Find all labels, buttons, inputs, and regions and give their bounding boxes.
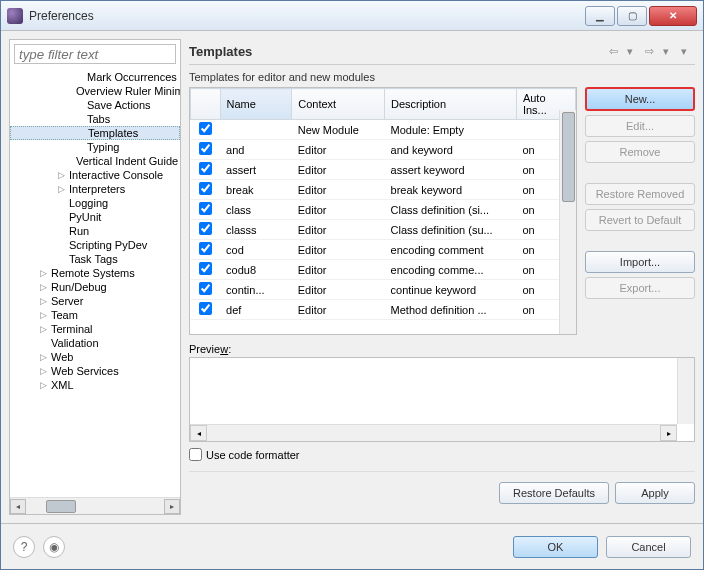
- row-checkbox[interactable]: [199, 262, 212, 275]
- apply-button[interactable]: Apply: [615, 482, 695, 504]
- tree-item[interactable]: PyUnit: [10, 210, 180, 224]
- col-context[interactable]: Context: [292, 89, 385, 120]
- preview-vscroll[interactable]: [677, 358, 694, 424]
- restore-removed-button[interactable]: Restore Removed: [585, 183, 695, 205]
- row-checkbox[interactable]: [199, 162, 212, 175]
- ok-button[interactable]: OK: [513, 536, 598, 558]
- table-row[interactable]: New ModuleModule: Empty: [191, 120, 576, 140]
- row-checkbox[interactable]: [199, 282, 212, 295]
- table-vscroll[interactable]: [559, 110, 576, 334]
- tree-label: Web Services: [51, 365, 119, 377]
- table-row[interactable]: assertEditorassert keywordon: [191, 160, 576, 180]
- tree-item[interactable]: Mark Occurrences: [10, 70, 180, 84]
- col-name[interactable]: Name: [220, 89, 292, 120]
- tree-label: XML: [51, 379, 74, 391]
- tree-item[interactable]: ▷Team: [10, 308, 180, 322]
- scroll-left-icon[interactable]: ◂: [10, 499, 26, 514]
- help-icon[interactable]: ?: [13, 536, 35, 558]
- tree-label: Task Tags: [69, 253, 118, 265]
- tree-item[interactable]: Save Actions: [10, 98, 180, 112]
- cell-context: Editor: [292, 160, 385, 180]
- cell-name: contin...: [220, 280, 292, 300]
- tree-item[interactable]: Run: [10, 224, 180, 238]
- use-formatter-checkbox[interactable]: [189, 448, 202, 461]
- expand-icon[interactable]: ▷: [38, 324, 49, 334]
- tree-item[interactable]: Overview Ruler Minimap: [10, 84, 180, 98]
- filter-input[interactable]: [14, 44, 176, 64]
- table-row[interactable]: codEditorencoding commenton: [191, 240, 576, 260]
- expand-icon[interactable]: ▷: [38, 310, 49, 320]
- tree-item[interactable]: Typing: [10, 140, 180, 154]
- scroll-thumb[interactable]: [46, 500, 76, 513]
- expand-icon[interactable]: ▷: [56, 170, 67, 180]
- tree-hscroll[interactable]: ◂ ▸: [10, 497, 180, 514]
- expand-icon[interactable]: ▷: [38, 380, 49, 390]
- page-title: Templates: [189, 44, 609, 59]
- expand-icon[interactable]: ▷: [38, 282, 49, 292]
- table-row[interactable]: codu8Editorencoding comme...on: [191, 260, 576, 280]
- preferences-tree[interactable]: Mark OccurrencesOverview Ruler MinimapSa…: [10, 68, 180, 497]
- revert-default-button[interactable]: Revert to Default: [585, 209, 695, 231]
- table-row[interactable]: contin...Editorcontinue keywordon: [191, 280, 576, 300]
- table-row[interactable]: andEditorand keywordon: [191, 140, 576, 160]
- cancel-button[interactable]: Cancel: [606, 536, 691, 558]
- new-button[interactable]: New...: [585, 87, 695, 111]
- tree-item[interactable]: Vertical Indent Guide: [10, 154, 180, 168]
- restore-defaults-button[interactable]: Restore Defaults: [499, 482, 609, 504]
- tree-item[interactable]: ▷Remote Systems: [10, 266, 180, 280]
- row-checkbox[interactable]: [199, 142, 212, 155]
- row-checkbox[interactable]: [199, 302, 212, 315]
- row-checkbox[interactable]: [199, 122, 212, 135]
- expand-icon[interactable]: ▷: [38, 366, 49, 376]
- table-row[interactable]: classEditorClass definition (si...on: [191, 200, 576, 220]
- tree-label: Mark Occurrences: [87, 71, 177, 83]
- minimize-button[interactable]: ▁: [585, 6, 615, 26]
- tree-item[interactable]: ▷Interactive Console: [10, 168, 180, 182]
- tree-item[interactable]: Logging: [10, 196, 180, 210]
- tree-item[interactable]: Templates: [10, 126, 180, 140]
- edit-button[interactable]: Edit...: [585, 115, 695, 137]
- view-menu-icon[interactable]: ▾: [681, 45, 695, 59]
- status-icon[interactable]: ◉: [43, 536, 65, 558]
- titlebar[interactable]: Preferences ▁ ▢ ✕: [1, 1, 703, 31]
- table-row[interactable]: defEditorMethod definition ...on: [191, 300, 576, 320]
- row-checkbox[interactable]: [199, 202, 212, 215]
- tree-item[interactable]: ▷Web Services: [10, 364, 180, 378]
- export-button[interactable]: Export...: [585, 277, 695, 299]
- tree-item[interactable]: ▷Web: [10, 350, 180, 364]
- cell-description: Class definition (si...: [385, 200, 517, 220]
- back-menu-icon[interactable]: ▾: [627, 45, 641, 59]
- import-button[interactable]: Import...: [585, 251, 695, 273]
- preview-hscroll[interactable]: ◂▸: [190, 424, 677, 441]
- forward-menu-icon[interactable]: ▾: [663, 45, 677, 59]
- tree-item[interactable]: ▷Server: [10, 294, 180, 308]
- back-icon[interactable]: ⇦: [609, 45, 623, 59]
- table-row[interactable]: breakEditorbreak keywordon: [191, 180, 576, 200]
- scroll-right-icon[interactable]: ▸: [164, 499, 180, 514]
- tree-item[interactable]: ▷XML: [10, 378, 180, 392]
- col-checkbox[interactable]: [191, 89, 221, 120]
- expand-icon[interactable]: ▷: [56, 184, 67, 194]
- row-checkbox[interactable]: [199, 222, 212, 235]
- cell-description: and keyword: [385, 140, 517, 160]
- row-checkbox[interactable]: [199, 182, 212, 195]
- tree-label: Templates: [88, 127, 138, 139]
- expand-icon[interactable]: ▷: [38, 268, 49, 278]
- maximize-button[interactable]: ▢: [617, 6, 647, 26]
- tree-item[interactable]: Tabs: [10, 112, 180, 126]
- expand-icon[interactable]: ▷: [38, 352, 49, 362]
- table-row[interactable]: classsEditorClass definition (su...on: [191, 220, 576, 240]
- row-checkbox[interactable]: [199, 242, 212, 255]
- tree-item[interactable]: ▷Interpreters: [10, 182, 180, 196]
- col-description[interactable]: Description: [385, 89, 517, 120]
- tree-item[interactable]: Scripting PyDev: [10, 238, 180, 252]
- forward-icon[interactable]: ⇨: [645, 45, 659, 59]
- tree-item[interactable]: ▷Run/Debug: [10, 280, 180, 294]
- expand-icon[interactable]: ▷: [38, 296, 49, 306]
- tree-item[interactable]: ▷Terminal: [10, 322, 180, 336]
- close-button[interactable]: ✕: [649, 6, 697, 26]
- tree-item[interactable]: Task Tags: [10, 252, 180, 266]
- tree-item[interactable]: Validation: [10, 336, 180, 350]
- remove-button[interactable]: Remove: [585, 141, 695, 163]
- cell-name: classs: [220, 220, 292, 240]
